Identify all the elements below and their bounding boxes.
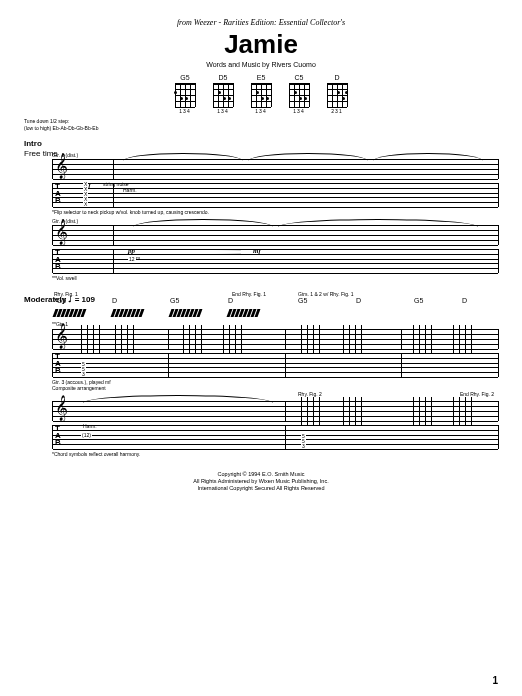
section-intro: Intro xyxy=(24,139,498,148)
chord-name: D5 xyxy=(219,74,228,81)
footnote-1: *Flip selector to neck pickup w/vol. kno… xyxy=(52,209,498,215)
fingering: 134 xyxy=(293,108,304,114)
chord-name: D xyxy=(334,74,339,81)
chord-d: D 231 xyxy=(327,74,347,114)
tab-label-icon: TAB xyxy=(55,425,61,446)
chord-e5: E5 134 xyxy=(251,74,271,114)
song-title: Jamie xyxy=(24,29,498,60)
copyright-line2: All Rights Administered by Wixen Music P… xyxy=(24,478,498,485)
notation-staff: 𝄞 mf string noise Harm. xyxy=(52,159,498,179)
system-main-2: 𝄞 Rhy. Fig. 2 End Rhy. Fig. 2 Harm. TAB … xyxy=(24,401,498,457)
notation-staff: 𝄞 pp mf Harm. xyxy=(52,225,498,245)
system-main-1: *G5 D G5 D G5 D G5 D Rhy. Fig. 1 End Rhy… xyxy=(24,307,498,391)
tab-x: X xyxy=(83,201,88,207)
chord-sym: G5 xyxy=(414,297,423,304)
chord-sym: D xyxy=(356,297,361,304)
credits: Words and Music by Rivers Cuomo xyxy=(24,61,498,68)
system-gtr1: Gtr. 1 (dist.) 𝄞 mf string noise Harm. T… xyxy=(24,159,498,215)
chord-d5: D5 134 xyxy=(213,74,233,114)
chord-sym: D xyxy=(228,297,233,304)
tab-label-icon: TAB xyxy=(55,249,61,270)
gtrs12: Gtrs. 1 & 2 w/ Rhy. Fig. 1 xyxy=(298,291,353,297)
chord-g5: G5 134 xyxy=(175,74,195,114)
tuning-line2: (low to high) Eb-Ab-Db-Gb-Bb-Eb xyxy=(24,125,498,132)
fingering: 134 xyxy=(217,108,228,114)
tab-num: 3 xyxy=(81,371,86,377)
chord-c5: C5 134 xyxy=(289,74,309,114)
tab-staff: TAB 12 xyxy=(52,249,498,273)
page-number: 1 xyxy=(492,675,498,686)
tab-staff: TAB (12) 5 5 3 xyxy=(52,425,498,449)
fingering: 231 xyxy=(331,108,342,114)
copyright: Copyright © 1994 E.O. Smith Music All Ri… xyxy=(24,471,498,492)
chord-name: G5 xyxy=(180,74,189,81)
rhythm-slash-row: *G5 D G5 D G5 D G5 D Rhy. Fig. 1 End Rhy… xyxy=(52,307,498,321)
fingering: 134 xyxy=(179,108,190,114)
chord-sym: *G5 xyxy=(54,297,66,304)
chord-grid xyxy=(251,83,271,107)
chord-grid xyxy=(175,83,195,107)
chord-name: E5 xyxy=(257,74,266,81)
system-gtr2: Gtr. 2 (dist.) 𝄞 pp mf Harm. TAB 12 **Vo… xyxy=(24,225,498,281)
tab-label-icon: TAB xyxy=(55,183,61,204)
copyright-line3: International Copyright Secured All Righ… xyxy=(24,485,498,492)
chord-grid xyxy=(213,83,233,107)
rhy-fig-1: Rhy. Fig. 1 xyxy=(54,291,78,297)
chord-name: C5 xyxy=(295,74,304,81)
footnote-chords: *Chord symbols reflect overall harmony. xyxy=(52,451,498,457)
chord-grid xyxy=(289,83,309,107)
tab-harm: (12) xyxy=(81,432,92,438)
copyright-line1: Copyright © 1994 E.O. Smith Music xyxy=(24,471,498,478)
chord-sym: G5 xyxy=(298,297,307,304)
notation-staff: 𝄞 Rhy. Fig. 2 End Rhy. Fig. 2 Harm. xyxy=(52,401,498,421)
vol-swell-note: **Vol. swell xyxy=(52,275,498,281)
fingering: 134 xyxy=(255,108,266,114)
chord-sym: D xyxy=(112,297,117,304)
tab-num: 3 xyxy=(301,443,306,449)
chord-grid xyxy=(327,83,347,107)
tuning-note: Tune down 1/2 step: (low to high) Eb-Ab-… xyxy=(24,118,498,131)
tab-label-icon: TAB xyxy=(55,353,61,374)
comp-arr: Composite arrangement xyxy=(52,385,498,391)
chord-sym: D xyxy=(462,297,467,304)
chord-diagrams-row: G5 134 D5 134 E5 xyxy=(24,74,498,114)
chord-sym: G5 xyxy=(170,297,179,304)
notation-staff: 𝄞 xyxy=(52,329,498,349)
end-rhy-fig-1: End Rhy. Fig. 1 xyxy=(232,291,266,297)
tab-staff: TAB X X X X X xyxy=(52,183,498,207)
tab-12: 12 xyxy=(128,256,136,262)
tab-staff: TAB 5 5 3 xyxy=(52,353,498,377)
source-line: from Weezer - Rarities Edition: Essentia… xyxy=(24,18,498,27)
sheet-music-page: from Weezer - Rarities Edition: Essentia… xyxy=(0,0,522,502)
